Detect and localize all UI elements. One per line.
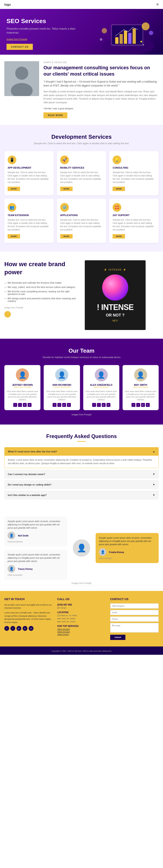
dev-services-title: Development Services — [4, 133, 159, 140]
testimonial-avatar: 👤 — [8, 565, 15, 572]
svg-rect-5 — [124, 31, 127, 44]
brand-list-item: We copy, collect, and recut the best acr… — [4, 285, 78, 289]
social-icon[interactable]: t — [136, 403, 140, 407]
brand-content: How we create brand power We illuminate … — [4, 260, 78, 317]
footer-social-icon[interactable]: in — [23, 626, 27, 631]
sample-image — [4, 61, 39, 96]
faq-question[interactable]: What if I need more time after the free … — [5, 447, 158, 456]
faq-question[interactable]: Isn't this similar to a website app? ▼ — [5, 491, 158, 499]
contact-submit-button[interactable]: Submit — [110, 635, 126, 640]
team-card: 👤 JEFFREY BROWN Creative leader Glue ame… — [4, 365, 40, 410]
footer-service-link[interactable]: Albert Einstein — [57, 628, 106, 630]
faq-question[interactable]: Do I need any design or coding skills? ▼ — [5, 480, 158, 489]
service-icon: 🚀 — [60, 156, 69, 164]
contact-phone-input[interactable] — [110, 616, 159, 622]
service-more-button[interactable]: MORE — [60, 234, 73, 239]
social-icon[interactable]: f — [92, 403, 96, 407]
footer-service-link[interactable]: Albert Kinney — [57, 633, 106, 636]
sample-headline: Our management consulting services focus… — [43, 65, 159, 77]
footer-phone: (234) 567 891 — [57, 603, 106, 606]
footer-address: 123 Main St, TX 75001 — [57, 615, 106, 617]
footer-phone2: 867 Email — [57, 607, 106, 609]
social-icon[interactable]: in — [67, 403, 71, 407]
social-icon[interactable]: t — [97, 403, 101, 407]
brand-power-section: How we create brand power We illuminate … — [0, 252, 163, 339]
brand-yellow-dot — [4, 311, 11, 317]
navigation: logo ≡ — [0, 0, 163, 9]
service-icon: 👥 — [8, 203, 16, 212]
service-more-button[interactable]: MORE — [8, 234, 20, 239]
faq-question[interactable]: Can I connect my domain name? ▼ — [5, 470, 158, 478]
footer-services-title: OUR TOP SERVICES — [57, 625, 106, 627]
team-avatar: 👤 — [134, 368, 147, 381]
menu-icon[interactable]: ≡ — [156, 2, 159, 7]
footer-address2: New York, NY 10100 — [57, 618, 106, 620]
hero-image-link[interactable]: Image from Freepik — [6, 38, 81, 40]
faq-item: Do I need any design or coding skills? ▼ — [4, 480, 159, 489]
service-name: CONSULTING — [113, 166, 155, 169]
contact-name-input[interactable] — [110, 603, 159, 609]
contact-email-input[interactable] — [110, 610, 159, 615]
footer-call-us-title: CALL US — [57, 597, 106, 601]
footer-call-us: CALL US (234) 567 891 867 Email LOCATION… — [57, 597, 106, 640]
testimonial-quote: Sample quote Lorem ipsum dolor sit amet,… — [99, 536, 155, 546]
service-more-button[interactable]: MORE — [113, 234, 125, 239]
footer-social-icon[interactable]: g+ — [16, 626, 21, 631]
testimonial-title: Financial Director — [8, 540, 23, 543]
services-grid: 📱 APP DEVELOPMENT Sample text. Click to … — [4, 151, 159, 243]
social-icon[interactable]: in — [107, 403, 111, 407]
social-icon[interactable]: in — [28, 403, 32, 407]
service-icon: ⚙️ — [60, 203, 69, 212]
service-icon: 📱 — [8, 156, 16, 164]
team-social-row: ftg+in — [6, 403, 38, 407]
service-more-button[interactable]: MORE — [60, 187, 73, 191]
footer-service-link[interactable]: Albert Einstein — [57, 631, 106, 633]
footer-social-icon[interactable]: f — [4, 626, 9, 631]
intense-top-text: ⚡ INTENSE ⚡ — [104, 268, 126, 271]
sample-content: SAMPLE HEADLINE Our management consultin… — [43, 61, 159, 118]
team-member-role: Sales manager — [46, 386, 78, 389]
svg-point-9 — [149, 31, 153, 35]
service-more-button[interactable]: MORE — [113, 187, 125, 191]
service-name: TEAM EXTENSION — [8, 214, 50, 217]
faq-item: Can I connect my domain name? ▼ — [4, 470, 159, 478]
social-icon[interactable]: g+ — [102, 403, 106, 407]
team-avatar: 👤 — [55, 368, 68, 381]
social-icon[interactable]: g+ — [62, 403, 66, 407]
social-icon[interactable]: f — [13, 403, 17, 407]
social-icon[interactable]: f — [52, 403, 56, 407]
testimonials-section: Sample quote Lorem ipsum dolor sit amet,… — [0, 510, 163, 591]
social-icon[interactable]: g+ — [23, 403, 27, 407]
footer-social-icon[interactable]: yt — [29, 626, 34, 631]
social-icon[interactable]: in — [146, 403, 150, 407]
contact-us-button[interactable]: CONTACT US — [6, 44, 33, 50]
logo: logo — [4, 3, 11, 6]
contact-message-input[interactable] — [110, 623, 159, 632]
footer-zip: New York, NY 12100 — [57, 621, 106, 623]
read-more-button[interactable]: READ MORE — [43, 113, 67, 118]
social-icon[interactable]: g+ — [141, 403, 145, 407]
social-icon[interactable]: f — [131, 403, 135, 407]
brand-visual: ⚡ INTENSE ⚡ ! INTENSE OR NOT ? HEY! — [85, 260, 159, 330]
faq-section: Frequently Asked Questions What if I nee… — [0, 425, 163, 510]
team-member-name: ANN RICHMOND — [46, 383, 78, 386]
person-illustration — [4, 61, 39, 96]
team-subtitle: Gluvida for habitant morbi tristique sen… — [4, 356, 159, 359]
sample-section: SAMPLE HEADLINE Our management consultin… — [0, 55, 163, 125]
svg-point-13 — [143, 44, 144, 45]
service-more-button[interactable]: MORE — [8, 187, 20, 191]
social-icon[interactable]: t — [57, 403, 61, 407]
service-name: APP DEVELOPMENT — [8, 166, 50, 169]
faq-item: Isn't this similar to a website app? ▼ — [4, 491, 159, 499]
social-icon[interactable]: t — [18, 403, 22, 407]
service-card: 📱 APP DEVELOPMENT Sample text. Click to … — [4, 151, 54, 195]
sample-image-link: I felt like I was a good designer — [43, 107, 159, 110]
footer-social-icon[interactable]: t — [10, 626, 15, 631]
hero-content: SEO Services Pharentra convallis posuere… — [6, 18, 81, 50]
svg-point-12 — [140, 41, 142, 42]
svg-rect-3 — [115, 37, 118, 44]
footer-get-in-touch: GET IN TOUCH We provide Lorem ipsum and … — [4, 597, 53, 640]
brand-list: We illuminate and cultivate the tensions… — [4, 281, 78, 303]
testimonials-image-link: Images from Freepik — [4, 582, 159, 584]
svg-point-11 — [100, 38, 103, 41]
